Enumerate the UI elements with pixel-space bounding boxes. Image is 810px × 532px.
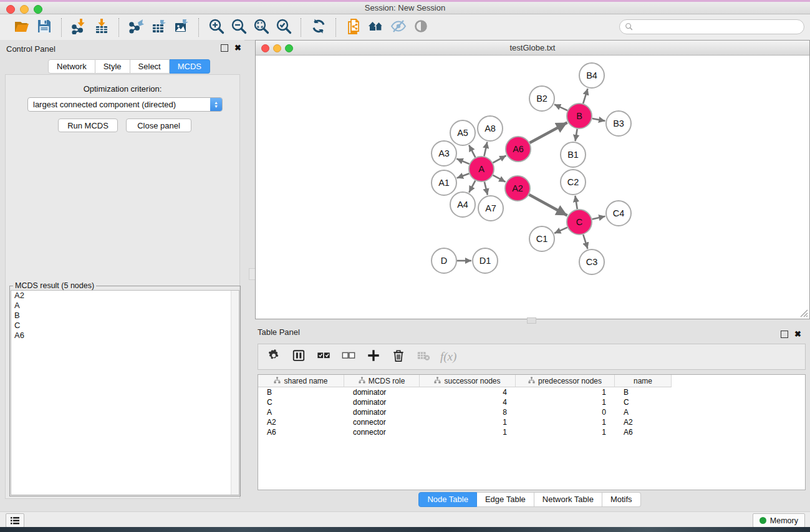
zoom-in-button[interactable] <box>207 18 226 37</box>
edge-A-A3[interactable] <box>456 158 469 163</box>
node-A7[interactable]: A7 <box>478 196 503 221</box>
tab-select[interactable]: Select <box>130 59 170 74</box>
edge-A-A2[interactable] <box>493 175 506 182</box>
column-header-shared-name[interactable]: shared name <box>258 375 344 387</box>
network-canvas[interactable]: B4B2BB3A8A5A6A3B1AA1C2A2A4A7C4CC1C3DD1 <box>256 56 809 319</box>
export-image-button[interactable] <box>172 18 191 37</box>
resize-grip-icon[interactable] <box>800 309 808 317</box>
table-settings-button[interactable] <box>266 349 282 365</box>
refresh-network-button[interactable] <box>309 18 328 37</box>
run-mcds-button[interactable]: Run MCDS <box>58 118 118 132</box>
import-table-button[interactable] <box>92 18 111 37</box>
node-A[interactable]: A <box>469 157 494 181</box>
home-view-button[interactable] <box>367 18 385 37</box>
node-B3[interactable]: B3 <box>606 111 631 136</box>
search-input[interactable] <box>619 19 804 34</box>
node-C[interactable]: C <box>567 210 592 235</box>
edge-A-A7[interactable] <box>485 181 488 195</box>
node-A6[interactable]: A6 <box>506 137 531 162</box>
edge-C-C3[interactable] <box>583 235 587 249</box>
edge-B-B4[interactable] <box>583 89 587 104</box>
edge-A-A1[interactable] <box>457 173 470 178</box>
import-network-button[interactable] <box>70 18 89 37</box>
tab-network[interactable]: Network <box>48 59 95 74</box>
edge-B-B1[interactable] <box>576 129 577 142</box>
mcds-result-item[interactable]: A6 <box>11 331 239 341</box>
node-C4[interactable]: C4 <box>606 201 631 226</box>
edge-A-A6[interactable] <box>493 155 506 162</box>
node-C1[interactable]: C1 <box>529 226 554 251</box>
edge-A6-B[interactable] <box>529 122 567 143</box>
node-B1[interactable]: B1 <box>561 142 586 167</box>
column-header-MCDS-role[interactable]: MCDS role <box>344 375 420 387</box>
table-row[interactable]: Bdominator41B <box>258 387 805 397</box>
node-A4[interactable]: A4 <box>450 192 475 217</box>
table-row[interactable]: A2connector11A2 <box>258 417 805 427</box>
edge-C-C2[interactable] <box>575 196 577 210</box>
optimization-criterion-select[interactable]: largest connected component (directed) ▲… <box>27 97 223 112</box>
select-all-rows-button[interactable] <box>316 349 332 365</box>
edge-C-C1[interactable] <box>554 228 567 233</box>
scrollbar-track[interactable] <box>231 291 239 495</box>
edge-B-B3[interactable] <box>592 118 605 121</box>
float-table-panel-icon[interactable] <box>781 331 788 338</box>
float-panel-icon[interactable] <box>221 44 228 52</box>
column-header-predecessor-nodes[interactable]: predecessor nodes <box>516 375 615 387</box>
zoom-fit-button[interactable] <box>252 18 271 37</box>
hide-panels-button[interactable] <box>389 18 408 37</box>
table-tab-edge-table[interactable]: Edge Table <box>477 492 534 507</box>
mcds-result-item[interactable]: B <box>11 311 239 321</box>
network-window-titlebar[interactable]: testGlobe.txt <box>256 41 809 56</box>
node-A1[interactable]: A1 <box>432 170 456 195</box>
column-header-name[interactable]: name <box>615 375 672 387</box>
table-tab-node-table[interactable]: Node Table <box>418 492 477 507</box>
table-tab-network-table[interactable]: Network Table <box>534 492 602 507</box>
close-panel-button[interactable]: Close panel <box>126 118 191 132</box>
mcds-result-item[interactable]: C <box>11 321 239 331</box>
mcds-result-item[interactable]: A2 <box>11 291 239 301</box>
tab-style[interactable]: Style <box>95 59 130 74</box>
save-session-button[interactable] <box>35 18 54 37</box>
tab-mcds[interactable]: MCDS <box>170 59 210 74</box>
node-A8[interactable]: A8 <box>478 116 503 141</box>
node-B[interactable]: B <box>567 104 592 128</box>
edge-A-A5[interactable] <box>469 145 475 158</box>
zoom-out-button[interactable] <box>229 18 248 37</box>
function-builder-button[interactable]: f(x) <box>440 350 456 364</box>
add-column-button[interactable] <box>365 349 382 365</box>
deselect-all-rows-button[interactable] <box>340 349 357 365</box>
export-table-button[interactable] <box>150 18 168 37</box>
table-row[interactable]: Cdominator41C <box>258 397 805 407</box>
memory-button[interactable]: Memory <box>753 513 805 528</box>
delete-column-button[interactable] <box>390 349 407 365</box>
node-A2[interactable]: A2 <box>505 176 530 201</box>
table-row[interactable]: Adominator80A <box>258 407 805 417</box>
edge-A2-C[interactable] <box>529 195 567 215</box>
column-header-successor-nodes[interactable]: successor nodes <box>420 375 516 387</box>
close-table-panel-icon[interactable]: ✖ <box>794 331 801 337</box>
zoom-selected-button[interactable] <box>274 18 293 37</box>
node-C2[interactable]: C2 <box>561 170 586 195</box>
table-tab-motifs[interactable]: Motifs <box>602 492 641 507</box>
delete-table-button[interactable] <box>415 349 432 365</box>
node-D[interactable]: D <box>432 248 456 273</box>
close-panel-icon[interactable]: ✖ <box>234 45 241 51</box>
node-A3[interactable]: A3 <box>432 141 456 166</box>
birdseye-view-button[interactable] <box>412 18 430 37</box>
node-B2[interactable]: B2 <box>529 86 554 111</box>
export-network-button[interactable] <box>127 18 146 37</box>
horizontal-splitter-handle[interactable] <box>527 317 536 324</box>
node-D1[interactable]: D1 <box>473 248 498 273</box>
clone-network-button[interactable] <box>344 18 363 37</box>
edge-B-B2[interactable] <box>554 104 567 110</box>
edge-A-A4[interactable] <box>469 181 475 193</box>
node-B4[interactable]: B4 <box>579 63 604 88</box>
edge-C-C4[interactable] <box>592 216 605 220</box>
node-C3[interactable]: C3 <box>579 249 604 274</box>
column-manager-button[interactable] <box>291 349 307 365</box>
table-row[interactable]: A6connector11A6 <box>258 427 805 437</box>
node-A5[interactable]: A5 <box>450 120 475 145</box>
open-file-button[interactable] <box>12 18 31 37</box>
task-history-button[interactable] <box>6 513 24 528</box>
mcds-result-item[interactable]: A <box>11 301 239 311</box>
